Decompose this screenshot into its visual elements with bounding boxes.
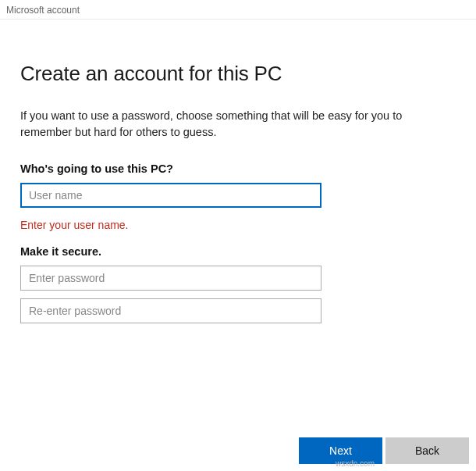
window-title: Microsoft account bbox=[6, 5, 80, 16]
page-description: If you want to use a password, choose so… bbox=[20, 108, 456, 141]
main-content: Create an account for this PC If you wan… bbox=[0, 20, 476, 323]
username-input[interactable] bbox=[20, 183, 321, 208]
page-heading: Create an account for this PC bbox=[20, 62, 456, 86]
footer-buttons: Next Back bbox=[299, 437, 469, 464]
password-input[interactable] bbox=[20, 266, 321, 291]
section-secure-label: Make it secure. bbox=[20, 245, 456, 258]
window-titlebar: Microsoft account bbox=[0, 0, 476, 20]
section-who-label: Who's going to use this PC? bbox=[20, 162, 456, 175]
next-button[interactable]: Next bbox=[299, 437, 382, 464]
back-button[interactable]: Back bbox=[385, 437, 469, 464]
username-error: Enter your user name. bbox=[20, 219, 456, 231]
reenter-password-input[interactable] bbox=[20, 298, 321, 323]
